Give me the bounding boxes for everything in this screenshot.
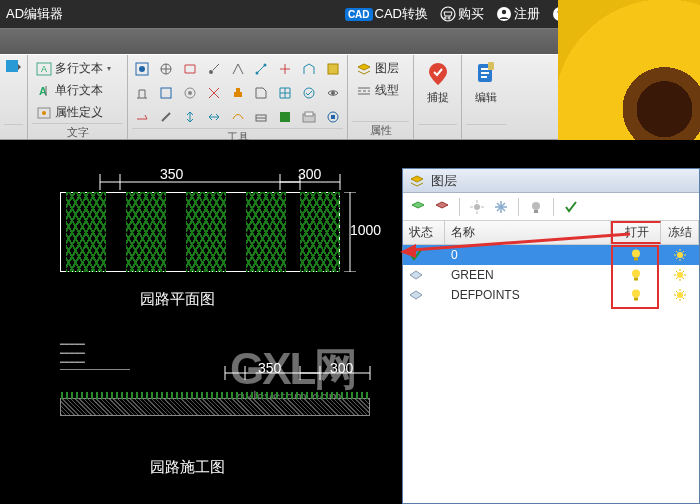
tool-btn-9[interactable] — [322, 58, 343, 80]
tool-btn-23[interactable] — [227, 106, 248, 128]
svg-rect-31 — [280, 112, 290, 122]
layer-rhombus-icon — [409, 270, 423, 280]
tool-btn-15[interactable] — [251, 82, 272, 104]
layer-row-defpoints[interactable]: DEFPOINTS — [403, 285, 699, 305]
tool-btn-21[interactable] — [180, 106, 201, 128]
ribbon-group-menu — [0, 55, 28, 139]
svg-line-77 — [683, 258, 685, 260]
col-status[interactable]: 状态 — [403, 221, 445, 244]
tool-btn-5[interactable] — [227, 58, 248, 80]
svg-point-71 — [677, 252, 683, 258]
svg-line-78 — [683, 251, 685, 253]
tool-btn-20[interactable] — [156, 106, 177, 128]
user-icon — [496, 6, 512, 22]
layer-check-button[interactable] — [562, 198, 580, 216]
tool-btn-2[interactable] — [156, 58, 177, 80]
svg-point-82 — [677, 272, 683, 278]
svg-point-25 — [188, 91, 192, 95]
layer-row-0[interactable]: 0 — [403, 245, 699, 265]
layer-button[interactable]: 图层 — [352, 58, 409, 79]
layer-new-button[interactable] — [409, 198, 427, 216]
svg-rect-33 — [305, 112, 313, 116]
tool-btn-26[interactable] — [298, 106, 319, 128]
tool-btn-11[interactable] — [156, 82, 177, 104]
dim-300b: 300 — [330, 360, 353, 376]
construction-drawing: ━━━━━━━━━━━━━━━ 350 300 — [60, 340, 370, 416]
multiline-text-button[interactable]: A多行文本▾ — [32, 58, 123, 79]
tool-btn-6[interactable] — [251, 58, 272, 80]
layer-rhombus-icon — [409, 290, 423, 300]
check-icon — [409, 248, 423, 262]
svg-point-58 — [474, 204, 480, 210]
svg-point-28 — [304, 88, 314, 98]
tool-btn-13[interactable] — [203, 82, 224, 104]
tool-btn-14[interactable] — [227, 82, 248, 104]
svg-line-79 — [676, 258, 678, 260]
ribbon-group-tools: 工具 — [128, 55, 348, 139]
svg-line-100 — [683, 291, 685, 293]
layer-bulb-button[interactable] — [527, 198, 545, 216]
bulb-on-icon[interactable] — [629, 268, 643, 282]
group-label-props: 属性 — [352, 121, 409, 138]
sun-icon[interactable] — [673, 248, 687, 262]
svg-point-15 — [42, 111, 46, 115]
tool-btn-4[interactable] — [203, 58, 224, 80]
tool-btn-27[interactable] — [322, 106, 343, 128]
bulb-on-icon[interactable] — [629, 288, 643, 302]
ribbon-group-edit: 编辑 — [462, 55, 510, 139]
col-freeze[interactable]: 冻结 — [661, 221, 699, 244]
edit-button[interactable]: 编辑 — [466, 58, 506, 107]
layers-header: 状态 名称 打开 冻结 — [403, 221, 699, 245]
menu-dropdown[interactable] — [4, 58, 23, 80]
svg-line-88 — [683, 278, 685, 280]
svg-rect-68 — [534, 210, 538, 213]
svg-text:A: A — [41, 64, 47, 74]
dim-350: 350 — [160, 166, 183, 182]
cad-badge-icon: CAD — [345, 8, 373, 21]
tool-btn-19[interactable] — [132, 106, 153, 128]
bulb-on-icon[interactable] — [629, 248, 643, 262]
tool-btn-8[interactable] — [298, 58, 319, 80]
single-text-button[interactable]: A单行文本 — [32, 80, 123, 101]
col-open[interactable]: 打开 — [611, 221, 661, 244]
cad-convert-menu[interactable]: CAD CAD转换 — [345, 5, 428, 23]
col-name[interactable]: 名称 — [445, 221, 611, 244]
layer-freeze-button[interactable] — [492, 198, 510, 216]
buy-menu[interactable]: 购买 — [440, 5, 484, 23]
svg-rect-37 — [481, 68, 489, 70]
svg-point-2 — [502, 10, 506, 14]
tool-btn-22[interactable] — [203, 106, 224, 128]
svg-point-20 — [256, 72, 259, 75]
svg-rect-92 — [634, 298, 638, 301]
layer-delete-button[interactable] — [433, 198, 451, 216]
tool-btn-1[interactable] — [132, 58, 153, 80]
tool-btn-3[interactable] — [180, 58, 201, 80]
caption-constr: 园路施工图 — [150, 458, 225, 477]
sun-icon[interactable] — [673, 268, 687, 282]
svg-rect-9 — [6, 60, 18, 72]
group-label-text: 文字 — [32, 123, 123, 140]
dim-350b: 350 — [258, 360, 281, 376]
tool-btn-7[interactable] — [275, 58, 296, 80]
tool-btn-16[interactable] — [275, 82, 296, 104]
tool-btn-12[interactable] — [180, 82, 201, 104]
ribbon-group-text: A多行文本▾ A单行文本 属性定义 文字 — [28, 55, 128, 139]
svg-point-21 — [264, 64, 267, 67]
capture-button[interactable]: 捕捉 — [418, 58, 458, 107]
svg-line-87 — [676, 271, 678, 273]
svg-point-67 — [532, 202, 540, 210]
tool-btn-10[interactable] — [132, 82, 153, 104]
tool-btn-17[interactable] — [298, 82, 319, 104]
svg-point-19 — [209, 70, 213, 74]
tool-btn-24[interactable] — [251, 106, 272, 128]
sun-icon[interactable] — [673, 288, 687, 302]
linetype-button[interactable]: 线型 — [352, 80, 409, 101]
layer-row-green[interactable]: GREEN — [403, 265, 699, 285]
layers-panel-title[interactable]: 图层 — [403, 169, 699, 193]
tool-btn-18[interactable] — [322, 82, 343, 104]
register-menu[interactable]: 注册 — [496, 5, 540, 23]
attrdef-button[interactable]: 属性定义 — [32, 102, 123, 123]
tool-btn-25[interactable] — [275, 106, 296, 128]
layer-sun-button[interactable] — [468, 198, 486, 216]
layers-panel[interactable]: 图层 状态 名称 打开 冻结 0 GREEN DEFPOINTS — [402, 168, 700, 504]
